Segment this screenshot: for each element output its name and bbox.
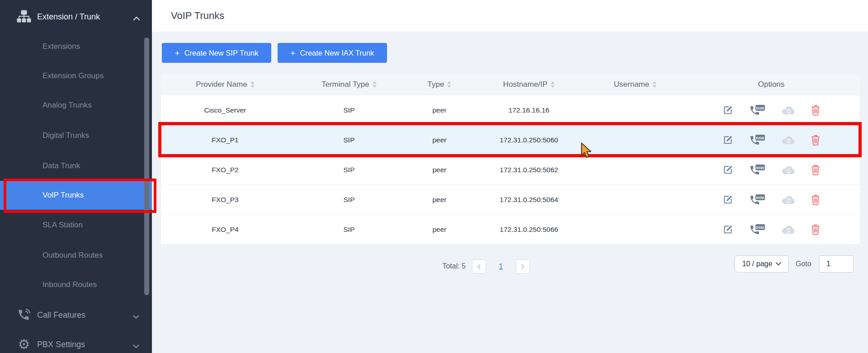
- sort-icon[interactable]: [652, 81, 656, 88]
- cell-provider-name: FXO_P2: [161, 166, 289, 174]
- sidebar-section-label: PBX Settings: [37, 340, 85, 349]
- create-new-iax-trunk-button[interactable]: + Create New IAX Trunk: [278, 43, 387, 63]
- table-header-row: Provider Name Terminal Type Type Hostnam…: [161, 74, 860, 95]
- cell-options: DOD: [683, 104, 860, 116]
- sidebar-item-label: Outbound Routes: [42, 251, 103, 260]
- column-header-terminal-type[interactable]: Terminal Type: [289, 80, 409, 89]
- edit-icon[interactable]: [722, 134, 734, 146]
- pagination-total: Total: 5: [420, 259, 466, 273]
- sidebar-item-label: Extension Groups: [42, 71, 104, 80]
- sidebar: Extension / Trunk Extensions Extension G…: [0, 0, 152, 353]
- column-header-username[interactable]: Username: [588, 80, 683, 89]
- phone-icon: [16, 308, 32, 322]
- cloud-sync-icon[interactable]: [780, 165, 796, 175]
- sidebar-scrollbar[interactable]: [144, 38, 149, 295]
- sort-icon[interactable]: [250, 81, 255, 88]
- pagination-prev-button[interactable]: [472, 259, 486, 273]
- sidebar-section-call-features[interactable]: Call Features: [0, 300, 152, 330]
- voip-trunks-table: Provider Name Terminal Type Type Hostnam…: [161, 74, 860, 244]
- chevron-left-icon: [477, 264, 481, 269]
- delete-icon[interactable]: [811, 224, 821, 235]
- cell-options: DOD: [683, 134, 860, 146]
- sitemap-icon: [16, 10, 32, 24]
- cell-hostname-ip: 172.31.0.250:5064: [470, 196, 588, 204]
- cell-options: DOD: [683, 164, 860, 176]
- table-row-fxo_p4[interactable]: FXO_P4SIPpeer172.31.0.250:5066DOD: [161, 214, 860, 244]
- cell-terminal-type: SIP: [289, 136, 409, 144]
- sidebar-item-inbound-routes[interactable]: Inbound Routes: [0, 270, 152, 300]
- cell-hostname-ip: 172.16.16.16: [470, 106, 588, 114]
- sidebar-item-digital-trunks[interactable]: Digital Trunks: [0, 121, 152, 151]
- table-row-fxo_p2[interactable]: FXO_P2SIPpeer172.31.0.250:5062DOD: [161, 155, 860, 184]
- page-title: VoIP Trunks: [171, 0, 224, 32]
- sidebar-item-analog-trunks[interactable]: Analog Trunks: [0, 90, 152, 120]
- page-size-select[interactable]: 10 / page: [735, 255, 789, 273]
- sidebar-item-sla-station[interactable]: SLA Station: [0, 210, 152, 240]
- button-label: Create New IAX Trunk: [300, 49, 374, 57]
- svg-text:DOD: DOD: [756, 136, 764, 140]
- gear-icon: ⚙: [16, 338, 32, 351]
- delete-icon[interactable]: [811, 194, 821, 206]
- sidebar-item-data-trunk[interactable]: Data Trunk: [0, 151, 152, 181]
- edit-icon[interactable]: [722, 164, 734, 175]
- table-row-fxo_p1[interactable]: FXO_P1SIPpeer172.31.0.250:5060DOD: [161, 125, 860, 155]
- sidebar-item-label: Digital Trunks: [42, 131, 89, 140]
- cell-provider-name: FXO_P1: [161, 136, 289, 144]
- cell-type: peer: [409, 226, 470, 234]
- column-header-type[interactable]: Type: [409, 80, 470, 89]
- sidebar-item-outbound-routes[interactable]: Outbound Routes: [0, 240, 152, 270]
- cell-type: peer: [409, 106, 470, 114]
- cloud-sync-icon[interactable]: [780, 135, 796, 146]
- cell-provider-name: Cisco_Server: [161, 106, 289, 114]
- plus-icon: +: [290, 49, 295, 57]
- cloud-sync-icon[interactable]: [780, 105, 796, 116]
- svg-text:DOD: DOD: [756, 225, 764, 229]
- chevron-down-icon: [133, 313, 140, 317]
- sort-icon[interactable]: [551, 81, 555, 88]
- topbar: VoIP Trunks: [152, 0, 868, 32]
- sort-icon[interactable]: [373, 81, 377, 88]
- sidebar-item-label: Analog Trunks: [42, 101, 92, 110]
- dod-phone-icon[interactable]: DOD: [749, 104, 765, 116]
- cell-hostname-ip: 172.31.0.250:5060: [470, 136, 588, 144]
- cell-hostname-ip: 172.31.0.250:5062: [470, 166, 588, 174]
- dod-phone-icon[interactable]: DOD: [749, 134, 765, 146]
- edit-icon[interactable]: [722, 194, 734, 205]
- edit-icon[interactable]: [722, 104, 734, 116]
- cloud-sync-icon[interactable]: [780, 224, 796, 235]
- chevron-right-icon: [521, 264, 525, 269]
- dod-phone-icon[interactable]: DOD: [749, 194, 765, 206]
- sidebar-section-pbx-settings[interactable]: ⚙ PBX Settings: [0, 329, 152, 353]
- delete-icon[interactable]: [811, 134, 821, 146]
- delete-icon[interactable]: [811, 104, 821, 116]
- pagination-page-1[interactable]: 1: [495, 259, 507, 273]
- dod-phone-icon[interactable]: DOD: [749, 224, 765, 235]
- sidebar-item-label: Extensions: [42, 42, 80, 51]
- table-row-fxo_p3[interactable]: FXO_P3SIPpeer172.31.0.250:5064DOD: [161, 184, 860, 214]
- goto-page-input[interactable]: [819, 255, 854, 273]
- cell-terminal-type: SIP: [289, 196, 409, 204]
- sidebar-header-extension-trunk[interactable]: Extension / Trunk: [0, 2, 152, 32]
- cell-options: DOD: [683, 194, 860, 206]
- table-row-cisco_server[interactable]: Cisco_ServerSIPpeer172.16.16.16DOD: [161, 95, 860, 125]
- sidebar-item-label: Data Trunk: [42, 161, 80, 170]
- sort-icon[interactable]: [447, 81, 451, 88]
- cloud-sync-icon[interactable]: [780, 194, 796, 205]
- delete-icon[interactable]: [811, 164, 821, 176]
- cell-provider-name: FXO_P4: [161, 226, 289, 234]
- sidebar-item-extensions[interactable]: Extensions: [0, 32, 152, 61]
- column-header-provider-name[interactable]: Provider Name: [161, 80, 289, 89]
- create-new-sip-trunk-button[interactable]: + Create New SIP Trunk: [162, 43, 271, 63]
- plus-icon: +: [175, 49, 180, 57]
- chevron-down-icon: [133, 342, 140, 347]
- chevron-down-icon: [776, 262, 781, 266]
- pagination-next-button[interactable]: [516, 259, 530, 273]
- button-label: Create New SIP Trunk: [184, 49, 259, 57]
- cell-hostname-ip: 172.31.0.250:5066: [470, 226, 588, 234]
- edit-icon[interactable]: [722, 224, 734, 235]
- cell-type: peer: [409, 166, 470, 174]
- sidebar-item-voip-trunks[interactable]: VoIP Trunks: [0, 181, 152, 210]
- column-header-hostname-ip[interactable]: Hostname/IP: [470, 80, 588, 89]
- dod-phone-icon[interactable]: DOD: [749, 164, 765, 176]
- sidebar-item-extension-groups[interactable]: Extension Groups: [0, 61, 152, 91]
